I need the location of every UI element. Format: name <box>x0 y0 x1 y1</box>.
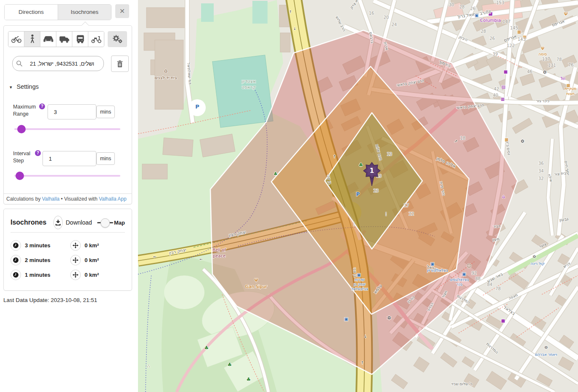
svg-text:יצחק בן: יצחק בן <box>354 282 366 286</box>
mode-pedestrian-button[interactable] <box>24 32 40 47</box>
tab-directions[interactable]: Directions <box>5 5 58 20</box>
svg-text:78: 78 <box>557 57 562 62</box>
slider-track[interactable] <box>14 128 120 130</box>
settings-header[interactable]: ▾ Settings <box>10 83 39 90</box>
svg-text:13: 13 <box>387 152 392 156</box>
svg-text:→: → <box>363 335 368 338</box>
svg-text:סימה: סימה <box>538 52 547 56</box>
clear-waypoint-button[interactable] <box>111 56 129 72</box>
svg-text:30: 30 <box>449 3 454 7</box>
svg-text:122: 122 <box>506 43 514 48</box>
mode-motor-scooter-button[interactable] <box>88 32 104 47</box>
interval-step-slider[interactable] <box>14 172 120 180</box>
slider-thumb[interactable] <box>17 125 26 133</box>
tab-isochrones[interactable]: Isochrones <box>58 5 111 20</box>
slider-track[interactable] <box>14 175 120 177</box>
interval-step-help-icon[interactable]: ? <box>35 150 41 156</box>
svg-text:92: 92 <box>472 271 477 275</box>
svg-text:→: → <box>153 255 156 259</box>
mode-bus-button[interactable] <box>72 32 88 47</box>
svg-text:88: 88 <box>475 276 481 281</box>
svg-text:✡: ✡ <box>387 315 391 321</box>
svg-text:Ψ: Ψ <box>255 278 258 283</box>
attribution-bar: Calculations by Valhalla • Visualized wi… <box>4 193 132 204</box>
svg-text:☺: ☺ <box>467 263 471 269</box>
svg-text:▤: ▤ <box>501 85 505 89</box>
isochrones-settings-card: ▾ Settings Maximum Range ? mins Interval… <box>3 25 132 204</box>
svg-text:♣: ♣ <box>228 362 232 368</box>
svg-text:P: P <box>195 103 199 110</box>
svg-text:בצלאל/כורזין: בצלאל/כורזין <box>427 268 448 273</box>
interval-step-input[interactable] <box>42 151 96 166</box>
svg-text:⋮: ⋮ <box>384 212 388 216</box>
download-label: Download <box>66 219 92 226</box>
svg-text:18: 18 <box>460 136 466 140</box>
svg-text:39: 39 <box>493 52 498 56</box>
clock-icon <box>11 270 21 280</box>
svg-text:153: 153 <box>496 0 504 5</box>
svg-text:ויאמר אברהם: ויאמר אברהם <box>535 352 557 357</box>
tab-bar: Directions Isochrones <box>4 4 111 20</box>
svg-text:16: 16 <box>369 11 374 16</box>
row-area: 0 km² <box>85 242 99 249</box>
area-move-icon <box>70 240 81 251</box>
svg-text:■: ■ <box>504 69 507 74</box>
maximum-range-help-icon[interactable]: ? <box>39 103 45 109</box>
isochrone-row-1min: 1 minutes 0 km² <box>11 270 125 280</box>
svg-text:▣: ▣ <box>475 13 478 18</box>
maximum-range-slider[interactable] <box>14 125 120 133</box>
close-icon[interactable]: ✕ <box>115 4 129 18</box>
svg-text:≡: ≡ <box>504 137 509 143</box>
map-canvas[interactable]: הרב שמואל ברוךאגריפסאגריפסהירמוךהיבוקהרב… <box>138 0 578 392</box>
search-input[interactable] <box>23 60 95 67</box>
svg-text:שדרות: שדרות <box>355 278 364 282</box>
svg-text:Ψ: Ψ <box>564 11 568 17</box>
svg-text:137: 137 <box>542 57 550 61</box>
svg-text:145: 145 <box>510 26 518 30</box>
trash-icon <box>117 60 123 68</box>
svg-text:⋮: ⋮ <box>352 222 356 226</box>
row-time: 1 minutes <box>25 272 70 278</box>
area-move-icon <box>70 270 81 280</box>
valhalla-link[interactable]: Valhalla <box>42 196 60 202</box>
svg-text:84: 84 <box>487 282 493 287</box>
area-move-icon <box>70 255 81 265</box>
interval-step-unit: mins <box>96 152 115 165</box>
map-toggle[interactable] <box>97 218 109 227</box>
maximum-range-label: Maximum Range ? <box>13 103 39 118</box>
maximum-range-input[interactable] <box>48 104 96 119</box>
svg-text:✡: ✡ <box>543 69 547 75</box>
download-button[interactable] <box>53 216 63 229</box>
travel-mode-group <box>8 31 104 47</box>
svg-text:22: 22 <box>409 212 414 216</box>
search-field <box>12 56 104 71</box>
svg-text:23: 23 <box>374 188 379 193</box>
slider-thumb[interactable] <box>16 172 24 180</box>
clock-icon <box>11 255 21 265</box>
svg-text:♣: ♣ <box>204 345 209 351</box>
svg-text:בית יד לבנים: בית יד לבנים <box>155 75 177 80</box>
svg-text:peace: peace <box>213 254 225 258</box>
mode-settings-button[interactable] <box>108 31 127 47</box>
svg-text:צבי/בצלאל: צבי/בצלאל <box>351 287 368 291</box>
svg-text:131: 131 <box>548 63 556 68</box>
svg-text:חצות: חצות <box>566 92 575 96</box>
svg-text:→: → <box>332 154 337 158</box>
svg-text:⌂: ⌂ <box>502 194 505 199</box>
valhalla-app: הרב שמואל ברוךאגריפסאגריפסהירמוךהיבוקהרב… <box>0 0 578 392</box>
svg-text:42: 42 <box>494 87 499 91</box>
download-icon <box>55 220 61 226</box>
svg-text:קראפט: קראפט <box>241 85 256 90</box>
svg-text:→: → <box>199 257 203 262</box>
mode-bicycle-button[interactable] <box>8 32 24 47</box>
svg-text:Columbia: Columbia <box>480 18 501 23</box>
svg-text:32: 32 <box>538 176 544 181</box>
valhalla-app-link[interactable]: Valhalla App <box>99 196 127 202</box>
toggle-knob[interactable] <box>101 218 110 228</box>
svg-text:36: 36 <box>538 161 544 166</box>
svg-text:Tel: Tel <box>560 77 565 81</box>
mode-car-button[interactable] <box>40 32 56 47</box>
svg-text:→: → <box>288 10 292 13</box>
mode-truck-button[interactable] <box>56 32 72 47</box>
map-toggle-label: Map <box>114 220 125 226</box>
